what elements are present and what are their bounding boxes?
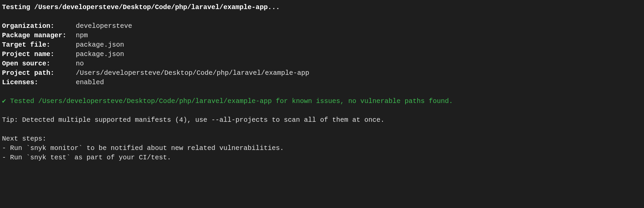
- detail-row-project-name: Project name: package.json: [2, 50, 642, 59]
- tip-label: Tip:: [2, 115, 18, 125]
- blank-line: [2, 106, 642, 115]
- package-manager-value: npm: [76, 31, 88, 40]
- terminal-output: Testing /Users/developersteve/Desktop/Co…: [2, 3, 642, 162]
- tip-line: Tip: Detected multiple supported manifes…: [2, 115, 642, 125]
- detail-row-organization: Organization: developersteve: [2, 21, 642, 31]
- project-name-label: Project name:: [2, 50, 76, 59]
- package-manager-label: Package manager:: [2, 31, 76, 40]
- detail-row-project-path: Project path: /Users/developersteve/Desk…: [2, 68, 642, 78]
- testing-text: Testing /Users/developersteve/Desktop/Co…: [2, 3, 280, 12]
- project-path-label: Project path:: [2, 68, 76, 78]
- target-file-value: package.json: [76, 40, 124, 50]
- open-source-label: Open source:: [2, 59, 76, 68]
- next-step-item: - Run `snyk test` as part of your CI/tes…: [2, 153, 642, 162]
- detail-row-licenses: Licenses: enabled: [2, 78, 642, 87]
- detail-row-package-manager: Package manager: npm: [2, 31, 642, 40]
- test-result-line: ✔ Tested /Users/developersteve/Desktop/C…: [2, 97, 642, 106]
- detail-row-target-file: Target file: package.json: [2, 40, 642, 50]
- open-source-value: no: [76, 59, 84, 68]
- organization-value: developersteve: [76, 21, 132, 31]
- organization-label: Organization:: [2, 21, 76, 31]
- blank-line: [2, 87, 642, 97]
- licenses-label: Licenses:: [2, 78, 76, 87]
- test-result-text: Tested /Users/developersteve/Desktop/Cod…: [6, 97, 453, 106]
- next-step-text: - Run `snyk test` as part of your CI/tes…: [2, 153, 171, 162]
- tip-text: Detected multiple supported manifests (4…: [18, 115, 384, 125]
- blank-line: [2, 125, 642, 134]
- next-step-text: - Run `snyk monitor` to be notified abou…: [2, 144, 284, 153]
- licenses-value: enabled: [76, 78, 104, 87]
- next-step-item: - Run `snyk monitor` to be notified abou…: [2, 144, 642, 153]
- target-file-label: Target file:: [2, 40, 76, 50]
- next-steps-heading-line: Next steps:: [2, 134, 642, 144]
- testing-line: Testing /Users/developersteve/Desktop/Co…: [2, 3, 642, 12]
- next-steps-heading: Next steps:: [2, 134, 46, 144]
- detail-row-open-source: Open source: no: [2, 59, 642, 68]
- blank-line: [2, 12, 642, 21]
- project-path-value: /Users/developersteve/Desktop/Code/php/l…: [76, 68, 309, 78]
- project-name-value: package.json: [76, 50, 124, 59]
- checkmark-icon: ✔: [2, 97, 6, 106]
